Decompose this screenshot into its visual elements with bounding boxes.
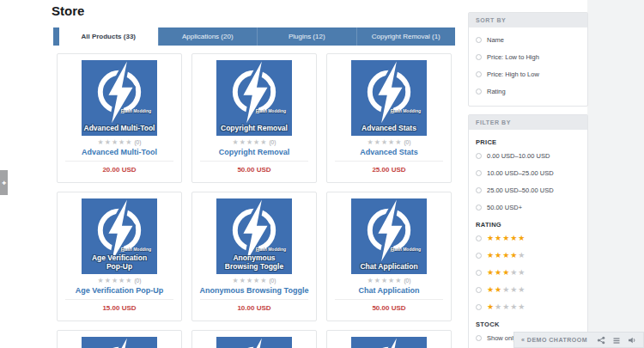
card-divider bbox=[335, 299, 443, 300]
product-name-link[interactable]: Copyright Removal bbox=[192, 148, 316, 157]
product-name-link[interactable]: Anonymous Browsing Toggle bbox=[192, 286, 316, 296]
product-rating-stars: ★★★★★(0) bbox=[327, 278, 451, 284]
sort-by-options: NamePrice: Low to HighPrice: High to Low… bbox=[469, 27, 587, 106]
flash-modding-logo-icon bbox=[222, 337, 286, 348]
card-divider bbox=[200, 299, 308, 300]
price-filter-option-0-00-usd-10-00-usd[interactable]: 0.00 USD–10.00 USD bbox=[476, 147, 580, 164]
sort-option-rating[interactable]: Rating bbox=[476, 82, 580, 100]
rating-stars: ★★★★★ bbox=[487, 269, 526, 277]
side-panel-handle[interactable]: ✚ bbox=[0, 170, 8, 195]
product-price: 10.00 USD bbox=[192, 304, 316, 312]
product-price: 20.00 USD bbox=[58, 166, 181, 174]
tab-bar: All Products (33)Applications (20)Plugin… bbox=[53, 27, 455, 46]
demo-chatroom-bar[interactable]: « DEMO CHATROOM bbox=[513, 332, 644, 348]
radio-button[interactable] bbox=[476, 270, 482, 276]
product-image-title: Anonymous Browsing Toggle bbox=[218, 254, 290, 272]
product-image[interactable] bbox=[82, 337, 157, 348]
product-image[interactable]: Flash ModdingAnonymous Browsing Toggle bbox=[216, 198, 292, 274]
product-name-link[interactable]: Chat Application bbox=[327, 286, 451, 296]
option-label: 10.00 USD–25.00 USD bbox=[487, 169, 554, 177]
option-label: 25.00 USD–50.00 USD bbox=[487, 186, 554, 194]
card-divider bbox=[65, 299, 173, 300]
product-image-title: Age Verification Pop-Up bbox=[83, 254, 155, 272]
product-rating-stars: ★★★★★(0) bbox=[192, 139, 316, 146]
radio-button[interactable] bbox=[476, 170, 482, 176]
share-nodes-icon[interactable] bbox=[597, 336, 605, 345]
radio-button[interactable] bbox=[476, 253, 482, 259]
brand-text: Flash Modding bbox=[256, 247, 286, 252]
product-price: 25.00 USD bbox=[327, 166, 451, 174]
filter-rating-options: ★★★★★★★★★★★★★★★★★★★★★★★★★ bbox=[476, 229, 580, 315]
rating-filter-option-4-stars[interactable]: ★★★★★ bbox=[476, 247, 580, 264]
product-image[interactable] bbox=[351, 337, 427, 348]
product-rating-count: (0) bbox=[134, 278, 141, 284]
radio-button[interactable] bbox=[476, 335, 482, 341]
product-name-link[interactable]: Advanced Multi-Tool bbox=[58, 148, 181, 157]
brand-text: Flash Modding bbox=[256, 108, 286, 113]
product-card-advanced-stats: Flash ModdingAdvanced Stats★★★★★(0)Advan… bbox=[326, 53, 452, 183]
radio-button[interactable] bbox=[476, 235, 482, 241]
product-rating-count: (0) bbox=[269, 139, 276, 145]
radio-button[interactable] bbox=[476, 304, 482, 310]
radio-button[interactable] bbox=[476, 287, 482, 293]
sort-option-price-high-to-low[interactable]: Price: High to Low bbox=[476, 65, 580, 82]
radio-button[interactable] bbox=[476, 205, 482, 211]
radio-button[interactable] bbox=[476, 89, 482, 95]
tab-copyright-removal-1[interactable]: Copyright Removal (1) bbox=[356, 27, 456, 46]
volume-icon[interactable] bbox=[628, 336, 636, 345]
product-rating-count: (0) bbox=[269, 278, 276, 284]
product-card-partial bbox=[191, 330, 317, 348]
radio-button[interactable] bbox=[476, 54, 482, 60]
sort-by-header: SORT BY bbox=[469, 13, 587, 27]
option-label: 0.00 USD–10.00 USD bbox=[487, 152, 550, 160]
price-filter-option-25-00-usd-50-00-usd[interactable]: 25.00 USD–50.00 USD bbox=[476, 181, 580, 198]
brand-text: Flash Modding bbox=[121, 108, 151, 113]
filter-rating-label: RATING bbox=[476, 221, 580, 229]
demo-chatroom-label: « DEMO CHATROOM bbox=[521, 337, 597, 343]
rating-stars: ★★★★★ bbox=[487, 303, 526, 311]
price-filter-option-10-00-usd-25-00-usd[interactable]: 10.00 USD–25.00 USD bbox=[476, 164, 580, 181]
rating-filter-option-2-stars[interactable]: ★★★★★ bbox=[476, 281, 580, 298]
rating-filter-option-5-stars[interactable]: ★★★★★ bbox=[476, 229, 580, 247]
product-image[interactable]: Flash ModdingAge Verification Pop-Up bbox=[82, 198, 157, 274]
rating-stars: ★★★★★ bbox=[487, 235, 526, 242]
tab-applications-20[interactable]: Applications (20) bbox=[158, 27, 258, 46]
flash-modding-logo-icon bbox=[357, 198, 421, 262]
radio-button[interactable] bbox=[476, 153, 482, 159]
product-rating-count: (0) bbox=[404, 278, 410, 284]
card-divider bbox=[335, 161, 443, 162]
product-image-title: Advanced Multi-Tool bbox=[83, 125, 155, 133]
product-card-advanced-multi-tool: Flash ModdingAdvanced Multi-Tool★★★★★(0)… bbox=[57, 53, 182, 183]
option-label: Rating bbox=[487, 88, 506, 95]
filter-by-header: FILTER BY bbox=[469, 115, 587, 130]
product-image[interactable]: Flash ModdingChat Application bbox=[351, 198, 427, 274]
product-card-partial bbox=[57, 330, 182, 348]
product-image-title: Advanced Stats bbox=[353, 125, 425, 133]
menu-bars-icon[interactable] bbox=[612, 336, 621, 345]
product-image[interactable]: Flash ModdingAdvanced Multi-Tool bbox=[82, 60, 157, 136]
radio-button[interactable] bbox=[476, 187, 482, 193]
rating-filter-option-1-stars[interactable]: ★★★★★ bbox=[476, 298, 580, 315]
tab-all-products-33[interactable]: All Products (33) bbox=[59, 27, 158, 46]
gear-icon: ✚ bbox=[2, 180, 6, 186]
sort-option-name[interactable]: Name bbox=[476, 31, 580, 48]
rating-filter-option-3-stars[interactable]: ★★★★★ bbox=[476, 264, 580, 281]
filter-price-label: PRICE bbox=[476, 138, 580, 146]
product-image[interactable]: Flash ModdingCopyright Removal bbox=[216, 60, 292, 136]
product-image[interactable]: Flash ModdingAdvanced Stats bbox=[351, 60, 427, 136]
price-filter-option-50-00-usd[interactable]: 50.00 USD+ bbox=[476, 198, 580, 216]
brand-text: Flash Modding bbox=[121, 247, 151, 252]
radio-button[interactable] bbox=[476, 37, 482, 43]
product-rating-count: (0) bbox=[134, 139, 141, 145]
product-image-title: Copyright Removal bbox=[218, 125, 290, 133]
product-image[interactable] bbox=[216, 337, 292, 348]
product-name-link[interactable]: Age Verification Pop-Up bbox=[58, 286, 181, 296]
product-card-copyright-removal: Flash ModdingCopyright Removal★★★★★(0)Co… bbox=[191, 53, 317, 183]
card-divider bbox=[200, 161, 308, 162]
tab-plugins-12[interactable]: Plugins (12) bbox=[257, 27, 356, 46]
flash-modding-logo-icon bbox=[222, 60, 286, 124]
radio-button[interactable] bbox=[476, 71, 482, 77]
product-rating-stars: ★★★★★(0) bbox=[58, 278, 181, 284]
sort-option-price-low-to-high[interactable]: Price: Low to High bbox=[476, 48, 580, 65]
product-name-link[interactable]: Advanced Stats bbox=[327, 148, 451, 157]
